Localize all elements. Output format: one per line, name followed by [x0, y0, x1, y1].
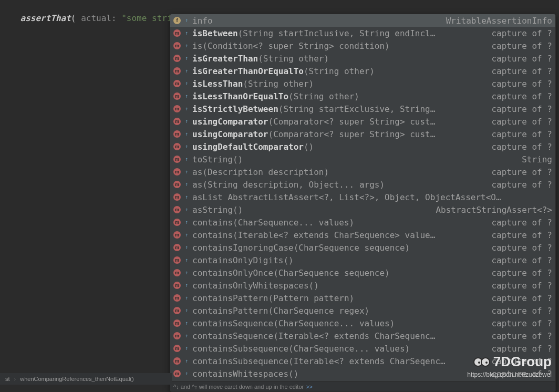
completion-item[interactable]: m↑usingComparator(Comparator<? super Str…	[170, 128, 555, 140]
completion-return-type: capture of ?	[487, 293, 552, 303]
completion-item[interactable]: m↑isStrictlyBetween(String startExclusiv…	[170, 102, 555, 115]
method-icon: m	[173, 67, 181, 75]
completion-item[interactable]: m↑contains(Iterable<? extends CharSequen…	[170, 229, 555, 241]
up-arrow-icon: ↑	[184, 43, 189, 48]
completion-return-type: capture of ?	[487, 230, 552, 240]
up-arrow-icon: ↑	[184, 17, 189, 23]
completion-item[interactable]: m↑containsIgnoringCase(CharSequence sequ…	[170, 241, 555, 254]
completion-return-type: capture of ?	[487, 167, 552, 177]
completion-return-type: capture of ?	[487, 331, 552, 341]
completion-item[interactable]: m↑isLessThan(String other)capture of ?	[170, 77, 555, 90]
completion-item[interactable]: m↑as(Description description)capture of …	[170, 166, 555, 178]
up-arrow-icon: ↑	[184, 30, 189, 35]
completion-return-type: capture of ?	[487, 104, 552, 114]
up-arrow-icon: ↑	[184, 106, 189, 111]
completion-item[interactable]: m↑isLessThanOrEqualTo(String other)captu…	[170, 90, 555, 102]
completion-return-type: capture of ?	[487, 79, 552, 89]
method-icon: m	[173, 307, 181, 314]
completion-item[interactable]: m↑isGreaterThan(String other)capture of …	[170, 52, 555, 65]
method-icon: m	[173, 168, 181, 176]
completion-item[interactable]: m↑containsSubsequence(CharSequence... va…	[170, 342, 555, 355]
completion-return-type: capture of ?	[487, 117, 552, 127]
completion-item[interactable]: m↑isGreaterThanOrEqualTo(String other)ca…	[170, 65, 555, 77]
completion-item[interactable]: m↑containsOnlyDigits()capture of ?	[170, 254, 555, 266]
completion-label: containsIgnoringCase(CharSequence sequen…	[192, 243, 410, 253]
completion-label: containsOnlyDigits()	[192, 255, 294, 265]
up-arrow-icon: ↑	[184, 80, 189, 86]
method-icon: m	[173, 319, 181, 327]
completion-item[interactable]: m↑containsSequence(CharSequence... value…	[170, 317, 555, 329]
completion-label: usingComparator(Comparator<? super Strin…	[192, 129, 435, 139]
completion-item[interactable]: m↑contains(CharSequence... values)captur…	[170, 216, 555, 229]
up-arrow-icon: ↑	[184, 295, 189, 300]
completion-return-type: capture of ?	[487, 356, 552, 366]
up-arrow-icon: ↑	[184, 181, 189, 187]
up-arrow-icon: ↑	[184, 118, 189, 123]
completion-return-type: capture of ?	[487, 129, 552, 139]
breadcrumb-item[interactable]: st	[3, 375, 12, 383]
method-icon: m	[173, 244, 181, 251]
completion-label: contains(Iterable<? extends CharSequence…	[192, 230, 435, 240]
method-icon: m	[173, 156, 181, 163]
completion-item[interactable]: m↑containsSubsequence(Iterable<? extends…	[170, 355, 555, 367]
completion-label: info	[192, 16, 213, 26]
up-arrow-icon: ↑	[184, 307, 189, 313]
method-icon: m	[173, 206, 181, 213]
completion-label: containsPattern(CharSequence regex)	[192, 306, 369, 316]
completion-item[interactable]: m↑containsPattern(CharSequence regex)cap…	[170, 304, 555, 317]
completion-item[interactable]: m↑asList AbstractListAssert<?, List<?>, …	[170, 191, 555, 203]
completion-list[interactable]: f↑infoWritableAssertionInfom↑isBetween(S…	[170, 14, 555, 381]
up-arrow-icon: ↑	[184, 257, 189, 262]
up-arrow-icon: ↑	[184, 55, 189, 60]
method-icon: m	[173, 80, 181, 87]
up-arrow-icon: ↑	[184, 93, 189, 98]
completion-item[interactable]: m↑containsSequence(Iterable<? extends Ch…	[170, 329, 555, 342]
completion-item[interactable]: m↑is(Condition<? super String> condition…	[170, 39, 555, 52]
completion-item[interactable]: m↑containsOnlyWhitespaces()capture of ?	[170, 279, 555, 292]
method-icon: m	[173, 357, 181, 365]
completion-return-type: capture of ?	[487, 142, 552, 152]
up-arrow-icon: ↑	[184, 207, 189, 212]
breadcrumb-item[interactable]: whenComparingReferences_thenNotEqual()	[18, 375, 136, 383]
completion-item[interactable]: m↑usingDefaultComparator()capture of ?	[170, 140, 555, 153]
param-label: actual:	[76, 13, 122, 23]
completion-item[interactable]: m↑describedAs(Description description)ca…	[170, 380, 555, 381]
completion-item[interactable]: m↑isBetween(String startInclusive, Strin…	[170, 27, 555, 39]
footer-link[interactable]: >>	[306, 384, 313, 390]
method-icon: m	[173, 282, 181, 289]
up-arrow-icon: ↑	[184, 156, 189, 161]
completion-item[interactable]: m↑as(String description, Object... args)…	[170, 178, 555, 191]
completion-label: isGreaterThanOrEqualTo(String other)	[192, 66, 375, 76]
completion-item[interactable]: m↑containsPattern(Pattern pattern)captur…	[170, 292, 555, 304]
completion-item[interactable]: m↑asString()AbstractStringAssert<?>	[170, 203, 555, 216]
up-arrow-icon: ↑	[184, 282, 189, 287]
completion-label: toString()	[192, 154, 243, 164]
completion-return-type: capture of ?	[487, 344, 552, 354]
completion-item[interactable]: f↑infoWritableAssertionInfo	[170, 14, 555, 27]
completion-item[interactable]: m↑containsOnlyOnce(CharSequence sequence…	[170, 266, 555, 279]
method-icon: m	[173, 219, 181, 226]
completion-return-type: capture of ?	[487, 306, 552, 316]
editor-area[interactable]: assertThat( actual: "some string").˜ f↑i…	[0, 0, 559, 392]
up-arrow-icon: ↑	[184, 345, 189, 350]
up-arrow-icon: ↑	[184, 232, 189, 237]
up-arrow-icon: ↑	[184, 131, 189, 136]
up-arrow-icon: ↑	[184, 219, 189, 224]
completion-label: isStrictlyBetween(String startExclusive,…	[192, 104, 435, 114]
up-arrow-icon: ↑	[184, 320, 189, 325]
completion-label: containsWhitespaces()	[192, 369, 298, 379]
method-icon: m	[173, 42, 181, 49]
completion-label: containsSequence(Iterable<? extends Char…	[192, 331, 435, 341]
completion-item[interactable]: m↑toString()String	[170, 153, 555, 166]
completion-label: containsSubsequence(Iterable<? extends C…	[192, 356, 446, 366]
completion-item[interactable]: m↑containsWhitespaces()capture of ?	[170, 367, 555, 380]
completion-label: isLessThanOrEqualTo(String other)	[192, 91, 359, 101]
breadcrumbs: st › whenComparingReferences_thenNotEqua…	[0, 373, 172, 385]
completion-label: containsOnlyOnce(CharSequence sequence)	[192, 268, 390, 278]
method-icon: m	[173, 130, 181, 138]
completion-item[interactable]: m↑usingComparator(Comparator<? super Str…	[170, 115, 555, 128]
completion-return-type: capture of ?	[487, 66, 552, 76]
completion-return-type: capture of ?	[487, 281, 552, 291]
method-icon: m	[173, 105, 181, 112]
completion-return-type: capture of ?	[487, 28, 552, 38]
